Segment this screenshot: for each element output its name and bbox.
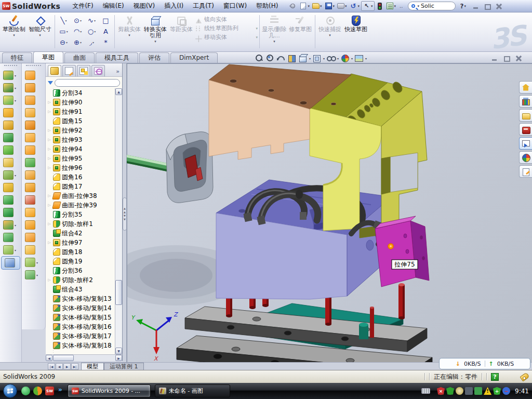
toolbar-drag-handle[interactable]: [26, 65, 41, 67]
smart-dimension-button[interactable]: 智能尺寸 ▾: [27, 14, 53, 37]
model-slide-clamp[interactable]: [166, 132, 213, 203]
expander-icon[interactable]: ▷: [47, 128, 51, 132]
zoom-previous-icon[interactable]: [276, 54, 286, 62]
dropdown-caret[interactable]: ▾: [337, 57, 339, 60]
scroll-thumb[interactable]: [115, 280, 122, 305]
point-tool[interactable]: *: [99, 37, 113, 48]
tree-item-20[interactable]: ▷切除-放样2: [46, 275, 115, 285]
model-locating-cylinder[interactable]: [359, 323, 368, 339]
fillet-button[interactable]: ▾: [0, 94, 21, 107]
tree-item-25[interactable]: 实体-移动/复制16: [46, 322, 115, 331]
slot-tool[interactable]: ⊖▾: [57, 37, 71, 48]
sketch-caret[interactable]: ▾: [13, 33, 15, 37]
dropdown-caret[interactable]: ▾: [320, 4, 322, 8]
update-icon[interactable]: [456, 387, 463, 395]
model-tab-0[interactable]: 模型: [81, 363, 104, 370]
chamfer-button[interactable]: [0, 144, 21, 156]
tree-item-27[interactable]: 实体-移动/复制18: [46, 341, 115, 350]
linear-pattern-button[interactable]: ▾: [0, 169, 21, 181]
panel-splitter[interactable]: ▲▲▼▼: [123, 63, 127, 362]
view-settings-icon[interactable]: [298, 54, 308, 62]
minimize-button[interactable]: [472, 3, 480, 9]
search-dropdown-caret[interactable]: ▾: [417, 4, 419, 8]
replace-face-button[interactable]: [22, 206, 45, 219]
rapid-sketch-button[interactable]: 快速草图: [343, 14, 369, 33]
hide-show-items-icon[interactable]: [326, 54, 336, 62]
keyboard-layout-icon[interactable]: [421, 388, 430, 394]
tree-item-26[interactable]: 实体-移动/复制17: [46, 331, 115, 341]
scroll-down-button[interactable]: ▼: [115, 348, 122, 354]
ribbon-tab-4[interactable]: 评估: [139, 52, 169, 63]
appearances-icon[interactable]: [340, 54, 350, 62]
dropdown-caret[interactable]: ▾: [394, 4, 396, 8]
knit-surface-button[interactable]: [22, 169, 45, 181]
view-palette-tab[interactable]: [519, 137, 532, 150]
dropdown-caret[interactable]: ▾: [15, 248, 16, 252]
start-button[interactable]: [3, 384, 17, 398]
zoom-area-icon[interactable]: [265, 54, 275, 62]
move-copy-body-button[interactable]: ▾: [0, 219, 21, 231]
tree-item-22[interactable]: 实体-移动/复制13: [46, 294, 115, 303]
quicklaunch-media-player[interactable]: [33, 387, 42, 395]
home-tab[interactable]: [519, 81, 532, 94]
task-window-1[interactable]: 未命名 - 画图: [155, 384, 230, 397]
menu-item-1[interactable]: 编辑(E): [98, 0, 129, 12]
tree-filter-input[interactable]: [55, 79, 120, 87]
dropdown-caret[interactable]: ▾: [15, 74, 16, 77]
scroll-left-button[interactable]: ◀: [46, 355, 52, 361]
dropdown-caret[interactable]: ▾: [308, 4, 310, 8]
ribbon-tab-2[interactable]: 曲面: [64, 52, 95, 63]
dropdown-caret[interactable]: ▾: [15, 99, 16, 102]
tree-item-15[interactable]: 组合42: [46, 229, 115, 238]
extruded-cut-button[interactable]: ▾: [0, 82, 21, 94]
rebuild-button[interactable]: [375, 2, 384, 10]
planar-surface-button[interactable]: [22, 144, 45, 156]
dimxpertmanager-tab[interactable]: [91, 65, 105, 76]
freeform-button[interactable]: [22, 131, 45, 144]
tree-item-6[interactable]: ▷拉伸94: [46, 144, 115, 154]
toolbox-tab[interactable]: [519, 123, 532, 136]
lofted-boss-button[interactable]: [0, 119, 21, 131]
trim-surface-button[interactable]: [22, 231, 45, 244]
expander-icon[interactable]: ▷: [47, 241, 51, 245]
delete-face-button[interactable]: [22, 194, 45, 206]
sync-icon[interactable]: −: [502, 387, 510, 395]
thicken-button[interactable]: [22, 181, 45, 194]
expander-icon[interactable]: ▷: [47, 203, 51, 207]
dropdown-caret[interactable]: ▾: [15, 223, 16, 227]
new-document-button[interactable]: ▾: [298, 2, 311, 10]
curve-through-points-button[interactable]: ▾: [22, 269, 45, 281]
save-button[interactable]: ▾: [324, 2, 336, 10]
file-explorer-tab[interactable]: [519, 109, 532, 122]
lofted-surface-button[interactable]: [22, 107, 45, 119]
swept-surface-button[interactable]: [22, 94, 45, 107]
expander-icon[interactable]: ▷: [47, 222, 51, 226]
mirror-entities-button[interactable]: 镜向实体: [194, 16, 258, 23]
expander-icon[interactable]: ▷: [47, 147, 51, 151]
model-guide-rod[interactable]: [127, 155, 171, 172]
tree-item-5[interactable]: ▷拉伸93: [46, 135, 115, 144]
tree-item-8[interactable]: ▷拉伸96: [46, 163, 115, 172]
dropdown-caret[interactable]: ▾: [15, 174, 16, 177]
panel-tabs-overflow[interactable]: »: [116, 68, 121, 76]
draft-button[interactable]: [0, 194, 21, 206]
search-input[interactable]: Solic: [421, 3, 434, 9]
tree-item-2[interactable]: ▷拉伸91: [46, 107, 115, 116]
panel-splitter-grip[interactable]: ▲▲▼▼: [123, 197, 127, 231]
tree-item-23[interactable]: 实体-移动/复制14: [46, 303, 115, 313]
propertymanager-tab[interactable]: [62, 65, 76, 76]
offset-surface-button[interactable]: [22, 156, 45, 169]
text-tool[interactable]: A: [99, 26, 113, 37]
toolbar-drag-handle[interactable]: [4, 65, 17, 67]
boundary-boss-button[interactable]: [0, 131, 21, 144]
open-button[interactable]: ▾: [311, 2, 323, 10]
dropdown-caret[interactable]: ▾: [66, 41, 68, 44]
dropdown-caret[interactable]: ▾: [345, 4, 347, 8]
expander-icon[interactable]: ▷: [47, 194, 51, 198]
expander-icon[interactable]: ▷: [47, 138, 51, 142]
dropdown-caret[interactable]: ▾: [358, 4, 360, 8]
fillet-surface-button[interactable]: [22, 244, 45, 256]
viewport-3d-scene[interactable]: 拉伸75 Y Z X: [127, 63, 532, 362]
expander-icon[interactable]: ▷: [47, 156, 51, 161]
help-button[interactable]: ?: [460, 3, 463, 10]
